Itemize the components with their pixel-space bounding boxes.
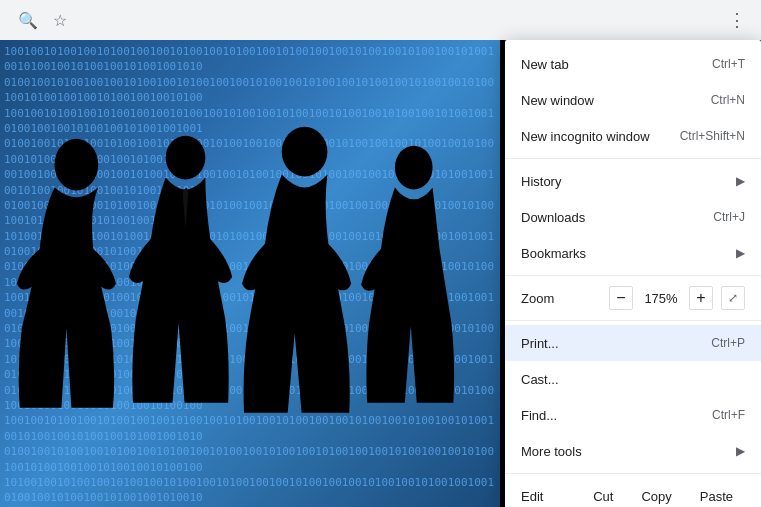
- menu-item-downloads[interactable]: Downloads Ctrl+J: [505, 199, 761, 235]
- menu-item-history[interactable]: History ▶: [505, 163, 761, 199]
- menu-item-cast[interactable]: Cast...: [505, 361, 761, 397]
- context-menu: New tab Ctrl+T New window Ctrl+N New inc…: [505, 40, 761, 507]
- paste-button[interactable]: Paste: [688, 485, 745, 508]
- menu-item-more-tools[interactable]: More tools ▶: [505, 433, 761, 469]
- three-dots-button[interactable]: ⋮: [723, 6, 751, 34]
- edit-buttons: Cut Copy Paste: [581, 485, 745, 508]
- svg-point-0: [55, 139, 99, 191]
- menu-item-print[interactable]: Print... Ctrl+P: [505, 325, 761, 361]
- divider-4: [505, 473, 761, 474]
- menu-item-new-tab[interactable]: New tab Ctrl+T: [505, 46, 761, 82]
- bookmark-icon[interactable]: ☆: [50, 10, 70, 30]
- toolbar-icons: 🔍 ☆: [18, 10, 70, 30]
- cut-button[interactable]: Cut: [581, 485, 625, 508]
- svg-point-2: [282, 127, 328, 177]
- zoom-fullscreen-button[interactable]: ⤢: [721, 286, 745, 310]
- zoom-minus-button[interactable]: −: [609, 286, 633, 310]
- zoom-plus-button[interactable]: +: [689, 286, 713, 310]
- background-image: 1001001010010010100100100101001001010010…: [0, 40, 500, 507]
- edit-label: Edit: [521, 489, 581, 504]
- menu-item-bookmarks[interactable]: Bookmarks ▶: [505, 235, 761, 271]
- divider-1: [505, 158, 761, 159]
- edit-row: Edit Cut Copy Paste: [505, 478, 761, 507]
- copy-button[interactable]: Copy: [629, 485, 683, 508]
- svg-point-3: [395, 146, 433, 190]
- divider-3: [505, 320, 761, 321]
- menu-item-new-incognito[interactable]: New incognito window Ctrl+Shift+N: [505, 118, 761, 154]
- browser-toolbar: 🔍 ☆ ⋮: [0, 0, 761, 40]
- main-content: 1001001010010010100100100101001001010010…: [0, 40, 761, 507]
- search-icon[interactable]: 🔍: [18, 10, 38, 30]
- divider-2: [505, 275, 761, 276]
- menu-item-new-window[interactable]: New window Ctrl+N: [505, 82, 761, 118]
- zoom-control-row: Zoom − 175% + ⤢: [505, 280, 761, 316]
- zoom-value: 175%: [641, 291, 681, 306]
- menu-item-find[interactable]: Find... Ctrl+F: [505, 397, 761, 433]
- svg-point-1: [166, 136, 206, 180]
- zoom-controls: − 175% + ⤢: [609, 286, 745, 310]
